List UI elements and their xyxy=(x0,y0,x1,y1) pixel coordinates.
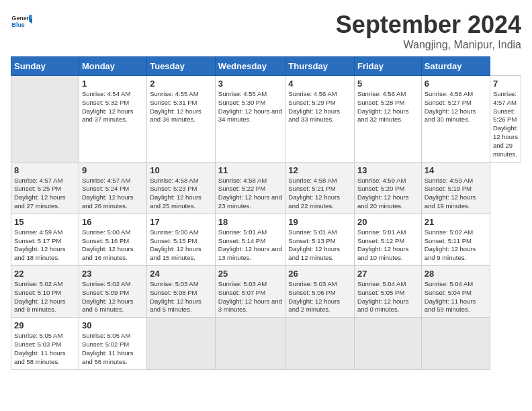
col-tuesday: Tuesday xyxy=(147,57,216,76)
table-row xyxy=(215,318,285,369)
calendar-row: 8Sunrise: 4:57 AMSunset: 5:25 PMDaylight… xyxy=(11,162,521,214)
day-detail: Sunrise: 4:55 AMSunset: 5:31 PMDaylight:… xyxy=(150,90,212,124)
title-block: September 2024 Wangjing, Manipur, India xyxy=(336,11,521,51)
day-detail: Sunrise: 5:00 AMSunset: 5:16 PMDaylight:… xyxy=(82,228,144,263)
day-detail: Sunrise: 4:54 AMSunset: 5:32 PMDaylight:… xyxy=(82,90,144,124)
table-row: 9Sunrise: 4:57 AMSunset: 5:24 PMDaylight… xyxy=(79,162,146,214)
page-header: General Blue September 2024 Wangjing, Ma… xyxy=(11,11,521,51)
header-row: Sunday Monday Tuesday Wednesday Thursday… xyxy=(11,57,521,76)
day-number: 23 xyxy=(82,269,144,279)
day-number: 22 xyxy=(14,269,76,279)
svg-text:Blue: Blue xyxy=(12,21,25,28)
day-detail: Sunrise: 4:56 AMSunset: 5:27 PMDaylight:… xyxy=(425,90,487,124)
table-row: 11Sunrise: 4:58 AMSunset: 5:22 PMDayligh… xyxy=(215,162,285,214)
day-detail: Sunrise: 4:59 AMSunset: 5:17 PMDaylight:… xyxy=(14,228,76,263)
table-row: 10Sunrise: 4:58 AMSunset: 5:23 PMDayligh… xyxy=(147,162,216,214)
day-detail: Sunrise: 4:59 AMSunset: 5:19 PMDaylight:… xyxy=(425,177,487,211)
day-number: 16 xyxy=(82,217,144,227)
day-detail: Sunrise: 5:05 AMSunset: 5:03 PMDaylight:… xyxy=(14,332,76,366)
logo: General Blue xyxy=(11,11,32,32)
table-row: 30Sunrise: 5:05 AMSunset: 5:02 PMDayligh… xyxy=(79,318,146,369)
table-row: 22Sunrise: 5:02 AMSunset: 5:10 PMDayligh… xyxy=(11,266,79,318)
table-row: 14Sunrise: 4:59 AMSunset: 5:19 PMDayligh… xyxy=(421,162,490,214)
day-detail: Sunrise: 5:02 AMSunset: 5:10 PMDaylight:… xyxy=(14,280,76,314)
day-number: 6 xyxy=(425,79,487,89)
table-row: 6Sunrise: 4:56 AMSunset: 5:27 PMDaylight… xyxy=(421,76,490,163)
table-row: 2Sunrise: 4:55 AMSunset: 5:31 PMDaylight… xyxy=(147,76,216,163)
table-row: 26Sunrise: 5:03 AMSunset: 5:06 PMDayligh… xyxy=(285,266,355,318)
table-row: 24Sunrise: 5:03 AMSunset: 5:08 PMDayligh… xyxy=(147,266,216,318)
day-detail: Sunrise: 5:02 AMSunset: 5:11 PMDaylight:… xyxy=(425,228,487,263)
day-number: 1 xyxy=(82,79,144,89)
day-number: 30 xyxy=(82,320,144,330)
day-number: 5 xyxy=(357,79,418,89)
calendar-row: 15Sunrise: 4:59 AMSunset: 5:17 PMDayligh… xyxy=(11,214,521,265)
table-row xyxy=(421,318,490,369)
day-number: 12 xyxy=(288,165,351,175)
day-number: 11 xyxy=(218,165,283,175)
day-detail: Sunrise: 5:00 AMSunset: 5:15 PMDaylight:… xyxy=(150,228,212,263)
day-number: 17 xyxy=(150,217,212,227)
table-row xyxy=(285,318,355,369)
calendar-table: Sunday Monday Tuesday Wednesday Thursday… xyxy=(11,56,521,370)
day-number: 29 xyxy=(14,320,76,330)
day-number: 25 xyxy=(218,269,283,279)
table-row: 25Sunrise: 5:03 AMSunset: 5:07 PMDayligh… xyxy=(215,266,285,318)
day-number: 13 xyxy=(357,165,418,175)
table-row: 12Sunrise: 4:58 AMSunset: 5:21 PMDayligh… xyxy=(285,162,355,214)
day-number: 15 xyxy=(14,217,76,227)
table-row: 7Sunrise: 4:57 AMSunset: 5:26 PMDaylight… xyxy=(490,76,521,163)
table-row: 20Sunrise: 5:01 AMSunset: 5:12 PMDayligh… xyxy=(354,214,421,265)
day-detail: Sunrise: 4:55 AMSunset: 5:30 PMDaylight:… xyxy=(218,90,283,124)
col-monday: Monday xyxy=(79,57,146,76)
day-number: 14 xyxy=(425,165,487,175)
calendar-row: 22Sunrise: 5:02 AMSunset: 5:10 PMDayligh… xyxy=(11,266,521,318)
table-row xyxy=(11,76,79,163)
table-row: 21Sunrise: 5:02 AMSunset: 5:11 PMDayligh… xyxy=(421,214,490,265)
table-row: 28Sunrise: 5:04 AMSunset: 5:04 PMDayligh… xyxy=(421,266,490,318)
day-number: 18 xyxy=(218,217,283,227)
table-row: 19Sunrise: 5:01 AMSunset: 5:13 PMDayligh… xyxy=(285,214,355,265)
day-detail: Sunrise: 5:04 AMSunset: 5:04 PMDaylight:… xyxy=(425,280,487,314)
table-row: 16Sunrise: 5:00 AMSunset: 5:16 PMDayligh… xyxy=(79,214,146,265)
day-detail: Sunrise: 4:58 AMSunset: 5:23 PMDaylight:… xyxy=(150,177,212,211)
day-detail: Sunrise: 5:01 AMSunset: 5:14 PMDaylight:… xyxy=(218,228,283,263)
table-row: 8Sunrise: 4:57 AMSunset: 5:25 PMDaylight… xyxy=(11,162,79,214)
day-number: 26 xyxy=(288,269,351,279)
calendar-row: 29Sunrise: 5:05 AMSunset: 5:03 PMDayligh… xyxy=(11,318,521,369)
table-row xyxy=(354,318,421,369)
day-detail: Sunrise: 4:56 AMSunset: 5:28 PMDaylight:… xyxy=(357,90,418,124)
day-detail: Sunrise: 5:01 AMSunset: 5:12 PMDaylight:… xyxy=(357,228,418,263)
day-detail: Sunrise: 5:03 AMSunset: 5:07 PMDaylight:… xyxy=(218,280,283,314)
calendar-row: 1Sunrise: 4:54 AMSunset: 5:32 PMDaylight… xyxy=(11,76,521,163)
day-number: 28 xyxy=(425,269,487,279)
day-detail: Sunrise: 5:03 AMSunset: 5:06 PMDaylight:… xyxy=(288,280,351,314)
day-detail: Sunrise: 5:02 AMSunset: 5:09 PMDaylight:… xyxy=(82,280,144,314)
day-detail: Sunrise: 4:57 AMSunset: 5:25 PMDaylight:… xyxy=(14,177,76,211)
month-title: September 2024 xyxy=(336,11,521,39)
day-number: 24 xyxy=(150,269,212,279)
day-detail: Sunrise: 5:05 AMSunset: 5:02 PMDaylight:… xyxy=(82,332,144,366)
col-wednesday: Wednesday xyxy=(215,57,285,76)
day-detail: Sunrise: 4:57 AMSunset: 5:24 PMDaylight:… xyxy=(82,177,144,211)
logo-icon: General Blue xyxy=(11,11,32,32)
col-saturday: Saturday xyxy=(421,57,490,76)
table-row: 1Sunrise: 4:54 AMSunset: 5:32 PMDaylight… xyxy=(79,76,146,163)
day-detail: Sunrise: 4:58 AMSunset: 5:22 PMDaylight:… xyxy=(218,177,283,211)
table-row: 3Sunrise: 4:55 AMSunset: 5:30 PMDaylight… xyxy=(215,76,285,163)
table-row: 23Sunrise: 5:02 AMSunset: 5:09 PMDayligh… xyxy=(79,266,146,318)
table-row: 5Sunrise: 4:56 AMSunset: 5:28 PMDaylight… xyxy=(354,76,421,163)
location: Wangjing, Manipur, India xyxy=(336,39,521,51)
col-sunday: Sunday xyxy=(11,57,79,76)
day-number: 2 xyxy=(150,79,212,89)
day-detail: Sunrise: 4:57 AMSunset: 5:26 PMDaylight:… xyxy=(493,90,518,159)
day-detail: Sunrise: 4:56 AMSunset: 5:29 PMDaylight:… xyxy=(288,90,351,124)
table-row xyxy=(147,318,216,369)
day-detail: Sunrise: 4:59 AMSunset: 5:20 PMDaylight:… xyxy=(357,177,418,211)
day-detail: Sunrise: 5:03 AMSunset: 5:08 PMDaylight:… xyxy=(150,280,212,314)
col-friday: Friday xyxy=(354,57,421,76)
day-detail: Sunrise: 4:58 AMSunset: 5:21 PMDaylight:… xyxy=(288,177,351,211)
day-detail: Sunrise: 5:01 AMSunset: 5:13 PMDaylight:… xyxy=(288,228,351,263)
day-number: 27 xyxy=(357,269,418,279)
day-number: 20 xyxy=(357,217,418,227)
